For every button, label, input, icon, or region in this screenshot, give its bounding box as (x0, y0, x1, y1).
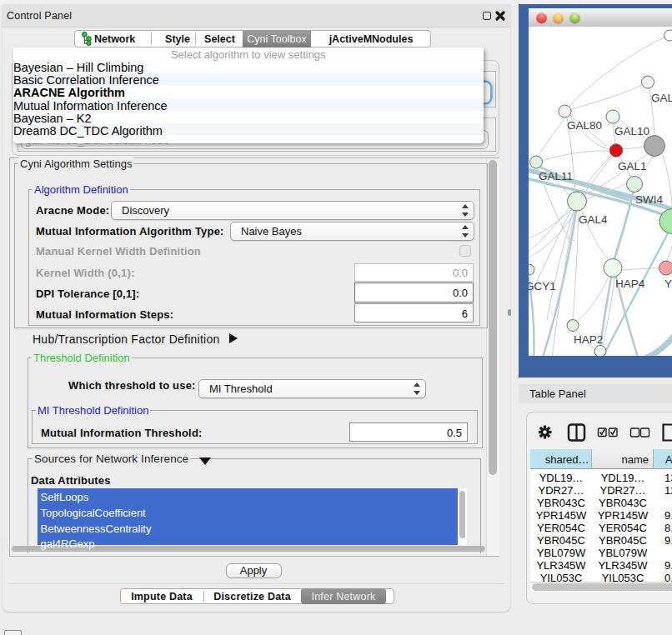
svg-text:GAL11: GAL11 (539, 170, 573, 182)
svg-text:GAL4: GAL4 (579, 213, 608, 226)
svg-text:Y: Y (664, 278, 672, 290)
svg-text:GAL80: GAL80 (567, 119, 602, 132)
svg-text:SWI4: SWI4 (635, 193, 663, 206)
svg-text:HAP4: HAP4 (615, 278, 645, 290)
svg-text:GCY1: GCY1 (529, 280, 556, 292)
svg-text:GAL7: GAL7 (651, 92, 672, 104)
svg-text:GAL1: GAL1 (618, 160, 647, 172)
svg-text:HAP2: HAP2 (574, 333, 603, 346)
svg-text:GAL10: GAL10 (614, 125, 649, 138)
